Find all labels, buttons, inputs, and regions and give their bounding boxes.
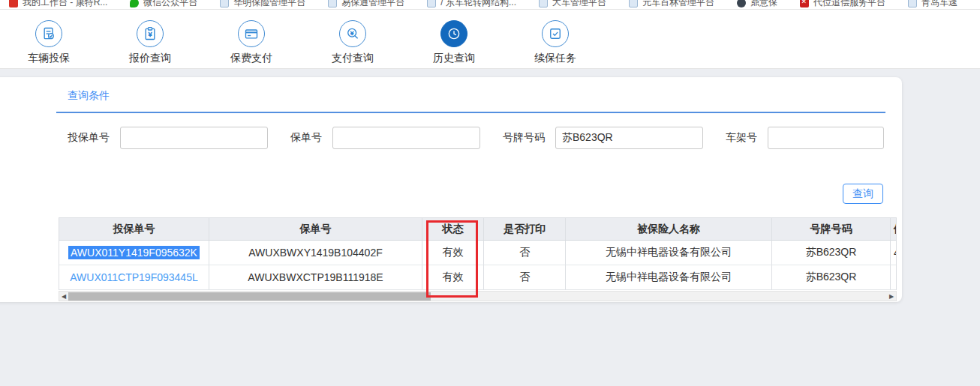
printed-cell: 否 — [484, 265, 566, 290]
bookmark-label: 微信公众平台 — [143, 0, 197, 9]
bookmark-item[interactable]: 易保通管理平台 — [328, 0, 404, 9]
bookmark-label: 青岛车速 — [921, 0, 957, 9]
proposal-no-input[interactable] — [120, 127, 268, 149]
insured-name-cell: 无锡中祥电器设备有限公司 — [566, 241, 772, 265]
col-status[interactable]: 状态 — [422, 218, 484, 241]
bookmarks-bar: 我的工作台 - 康特R... 微信公众平台 华明保险管理平台 易保通管理平台 /… — [0, 0, 980, 10]
col-truncated[interactable]: 保 — [891, 218, 897, 241]
page-icon — [629, 0, 638, 7]
bookmark-item[interactable]: 鼎意保 — [737, 0, 777, 9]
results-table: 投保单号 保单号 状态 是否打印 被保险人名称 号牌号码 保 AWUX011Y1… — [59, 217, 897, 290]
toolbar-label: 历史查询 — [433, 52, 475, 65]
toolbar-item-history-query[interactable]: 历史查询 — [428, 10, 480, 68]
scrollbar-thumb[interactable] — [68, 292, 431, 301]
field-plate-no: 号牌号码 — [503, 127, 703, 149]
page-icon — [427, 0, 436, 7]
history-query-icon — [440, 20, 467, 47]
bookmark-item[interactable]: 华明保险管理平台 — [220, 0, 305, 9]
svg-text:¥: ¥ — [350, 30, 354, 37]
query-form: 投保单号 保单号 号牌号码 车架号 — [68, 127, 884, 149]
policy-no-input[interactable] — [332, 127, 480, 149]
scroll-right-arrow-icon[interactable]: ▶ — [887, 292, 896, 301]
table-row: AWUX011CTP19F093445L AWUXBWXCTP19B111918… — [59, 265, 897, 290]
col-printed[interactable]: 是否打印 — [484, 218, 566, 241]
plate-no-cell: 苏B623QR — [772, 265, 891, 290]
toolbar-label: 保费支付 — [230, 52, 272, 65]
toolbar-item-premium-pay[interactable]: 保费支付 — [225, 10, 278, 68]
table-row: AWUX011Y1419F095632K AWUXBWXY1419B104402… — [59, 241, 897, 265]
col-plate-no[interactable]: 号牌号码 — [772, 218, 891, 241]
policy-no-cell: AWUXBWXY1419B104402F — [209, 241, 422, 265]
status-cell: 有效 — [422, 241, 484, 265]
red-x-icon — [800, 0, 809, 7]
payment-query-icon: ¥ — [339, 20, 366, 47]
selected-text: AWUX011Y1419F095632K — [68, 246, 200, 259]
toolbar-item-renewal-task[interactable]: 续保任务 — [529, 10, 582, 68]
svg-text:¥: ¥ — [148, 31, 152, 38]
page-background: 查询条件 投保单号 保单号 号牌号码 车架号 — [0, 69, 980, 386]
horizontal-scrollbar[interactable]: ◀ ▶ — [59, 291, 897, 301]
bookmark-label: 易保通管理平台 — [341, 0, 404, 9]
bookmark-label: 代位追偿服务平台 — [813, 0, 885, 9]
status-cell: 有效 — [422, 265, 484, 290]
search-button[interactable]: 查询 — [843, 184, 883, 204]
field-vin: 车架号 — [726, 127, 884, 149]
proposal-no-link[interactable]: AWUX011CTP19F093445L — [59, 265, 209, 290]
truncated-cell — [891, 265, 897, 290]
browser-screen: 我的工作台 - 康特R... 微信公众平台 华明保险管理平台 易保通管理平台 /… — [0, 0, 980, 386]
scroll-left-arrow-icon[interactable]: ◀ — [59, 292, 68, 301]
title-divider — [56, 112, 885, 113]
proposal-no-label: 投保单号 — [68, 131, 110, 145]
policy-no-cell: AWUXBWXCTP19B111918E — [209, 265, 422, 290]
toolbar-item-quote-query[interactable]: ¥ 报价查询 — [124, 10, 176, 68]
function-toolbar: 车辆投保 ¥ 报价查询 保费支付 — [0, 10, 980, 69]
insured-name-cell: 无锡中祥电器设备有限公司 — [566, 265, 772, 290]
table-header-row: 投保单号 保单号 状态 是否打印 被保险人名称 号牌号码 保 — [59, 218, 897, 241]
wechat-icon — [130, 0, 139, 7]
bookmark-item[interactable]: / 东车轮转网结构... — [427, 0, 516, 9]
bookmark-label: 鼎意保 — [750, 0, 777, 9]
page-icon — [908, 0, 917, 7]
plate-no-input[interactable] — [555, 127, 703, 149]
vehicle-insure-icon — [35, 20, 62, 47]
bookmark-item[interactable]: 微信公众平台 — [130, 0, 197, 9]
truncated-cell: 4 — [891, 241, 897, 265]
toolbar-item-vehicle-insure[interactable]: 车辆投保 — [23, 10, 75, 68]
field-proposal-no: 投保单号 — [68, 127, 268, 149]
col-insured-name[interactable]: 被保险人名称 — [566, 218, 772, 241]
page-icon — [328, 0, 337, 7]
red-app-icon — [9, 0, 18, 7]
premium-pay-icon — [238, 20, 265, 47]
query-card: 查询条件 投保单号 保单号 号牌号码 车架号 — [0, 77, 902, 302]
vin-label: 车架号 — [726, 131, 757, 145]
page-icon — [220, 0, 229, 7]
printed-cell: 否 — [484, 241, 566, 265]
bookmark-item[interactable]: 大车管理平台 — [539, 0, 606, 9]
bookmark-label: 华明保险管理平台 — [233, 0, 305, 9]
toolbar-label: 车辆投保 — [28, 52, 70, 65]
bookmark-item[interactable]: 代位追偿服务平台 — [800, 0, 885, 9]
bookmark-item[interactable]: 我的工作台 - 康特R... — [9, 0, 107, 9]
plate-no-label: 号牌号码 — [503, 131, 545, 145]
proposal-no-cell[interactable]: AWUX011Y1419F095632K — [59, 241, 209, 265]
toolbar-item-payment-query[interactable]: ¥ 支付查询 — [326, 10, 379, 68]
bookmark-label: 元车百林管理平台 — [642, 0, 714, 9]
page-icon — [539, 0, 548, 7]
quote-query-icon: ¥ — [137, 20, 164, 47]
query-conditions-title: 查询条件 — [68, 89, 110, 103]
col-policy-no[interactable]: 保单号 — [209, 218, 422, 241]
policy-no-label: 保单号 — [290, 131, 322, 145]
vin-input[interactable] — [768, 127, 884, 149]
renewal-task-icon — [542, 20, 569, 47]
dark-globe-icon — [737, 0, 746, 7]
toolbar-label: 支付查询 — [332, 52, 374, 65]
col-proposal-no[interactable]: 投保单号 — [59, 218, 209, 241]
bookmark-item[interactable]: 元车百林管理平台 — [629, 0, 714, 9]
bookmark-label: 我的工作台 - 康特R... — [23, 0, 107, 9]
plate-no-cell: 苏B623QR — [772, 241, 891, 265]
bookmark-item[interactable]: 青岛车速 — [908, 0, 957, 9]
field-policy-no: 保单号 — [290, 127, 480, 149]
toolbar-label: 续保任务 — [534, 52, 576, 65]
bookmark-label: 大车管理平台 — [552, 0, 606, 9]
toolbar-label: 报价查询 — [129, 52, 171, 65]
